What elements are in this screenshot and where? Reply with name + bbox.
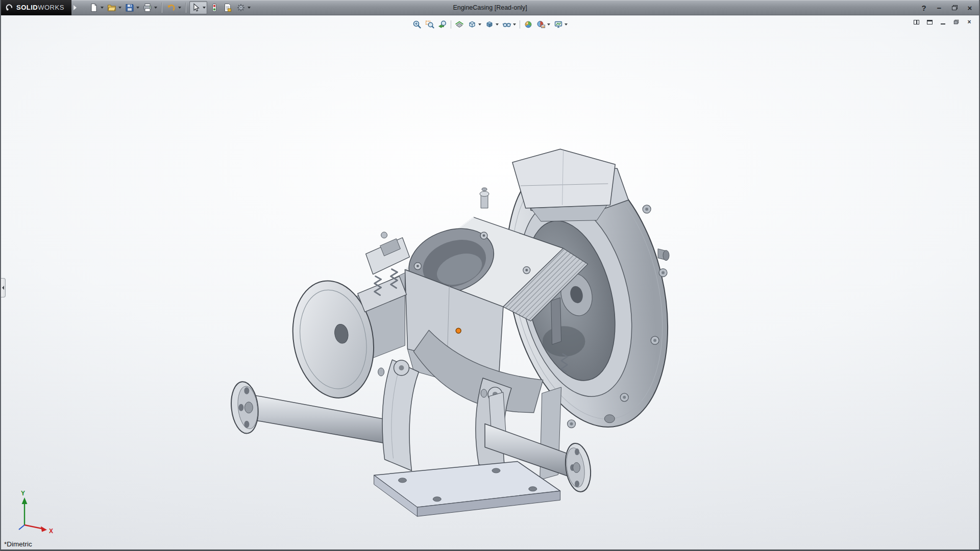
- open-folder-icon: [107, 3, 117, 13]
- close-button[interactable]: ×: [964, 2, 976, 13]
- orientation-triad[interactable]: Y X: [7, 487, 58, 538]
- apply-scene-icon: [536, 20, 546, 29]
- document-window-controls: ×: [912, 18, 974, 26]
- apply-scene-button[interactable]: [535, 18, 552, 31]
- dropdown-caret-icon[interactable]: [154, 7, 157, 9]
- model-left-axle[interactable]: [229, 381, 398, 445]
- single-pane-icon: [927, 20, 933, 24]
- dassault-3ds-logo-icon: [5, 3, 14, 12]
- select-tool-button[interactable]: [189, 1, 207, 14]
- split-pane-button[interactable]: [912, 18, 921, 26]
- restore-icon: [952, 5, 958, 10]
- dropdown-caret-icon[interactable]: [178, 7, 181, 9]
- zoom-to-area-icon: [425, 20, 434, 29]
- solidworks-brand: SOLIDWORKS: [1, 0, 71, 15]
- doc-minimize-button[interactable]: [938, 18, 947, 26]
- graphics-viewport[interactable]: × Y X *Dimetric: [1, 16, 979, 549]
- options-button[interactable]: [235, 1, 252, 14]
- toolbar-separator: [161, 3, 162, 13]
- display-style-cube-icon: [485, 20, 494, 29]
- toolbar-separator: [451, 20, 451, 29]
- section-view-icon: [455, 20, 464, 29]
- origin-marker[interactable]: [456, 328, 461, 333]
- doc-close-button[interactable]: ×: [965, 18, 974, 26]
- zoom-to-fit-icon: [412, 20, 422, 29]
- toolbar-separator: [520, 20, 520, 29]
- dropdown-caret-icon[interactable]: [547, 23, 550, 26]
- x-axis-label: X: [49, 528, 53, 535]
- zoom-to-area-button[interactable]: [424, 18, 436, 31]
- print-button[interactable]: [141, 1, 158, 14]
- view-orientation-cube-icon: [468, 20, 477, 29]
- restore-button[interactable]: [948, 2, 961, 13]
- dropdown-caret-icon[interactable]: [496, 23, 499, 26]
- minimize-button[interactable]: −: [933, 2, 945, 13]
- heads-up-view-toolbar: [409, 18, 571, 31]
- split-pane-icon: [914, 20, 919, 24]
- save-button[interactable]: [124, 1, 140, 14]
- undo-arrow-icon: [166, 3, 177, 13]
- view-settings-button[interactable]: [552, 18, 569, 31]
- titlebar: SOLIDWORKS: [1, 0, 979, 15]
- y-axis-label: Y: [21, 490, 25, 497]
- options-gear-icon: [236, 3, 246, 13]
- minimize-icon: [941, 23, 945, 25]
- y-axis-arrow-icon[interactable]: [22, 497, 28, 504]
- section-view-button[interactable]: [453, 18, 465, 31]
- z-axis-icon[interactable]: [19, 525, 24, 530]
- hide-show-items-button[interactable]: [501, 18, 518, 31]
- model-base-plate[interactable]: [374, 461, 560, 516]
- toolbar-separator: [185, 3, 186, 13]
- save-floppy-icon: [125, 3, 135, 13]
- edit-appearance-button[interactable]: [522, 18, 534, 31]
- print-icon: [142, 3, 153, 13]
- previous-view-button[interactable]: [436, 18, 449, 31]
- view-orientation-button[interactable]: [466, 18, 483, 31]
- doc-restore-button[interactable]: [951, 18, 961, 26]
- dropdown-caret-icon[interactable]: [478, 23, 481, 26]
- rebuild-button[interactable]: [208, 1, 220, 14]
- edit-appearance-ball-icon: [524, 20, 533, 29]
- solidworks-window: SOLIDWORKS: [0, 0, 980, 551]
- single-pane-button[interactable]: [925, 18, 934, 26]
- dropdown-caret-icon[interactable]: [248, 7, 251, 9]
- dropdown-caret-icon[interactable]: [101, 7, 104, 9]
- hide-show-glasses-icon: [502, 20, 511, 29]
- view-orientation-label: *Dimetric: [4, 540, 32, 548]
- view-settings-icon: [554, 20, 563, 29]
- standard-toolbar: [88, 1, 252, 14]
- previous-view-icon: [438, 20, 447, 29]
- dropdown-caret-icon[interactable]: [203, 7, 206, 9]
- engine-casing-model[interactable]: [1, 16, 979, 549]
- restore-icon: [953, 20, 958, 24]
- help-button[interactable]: ?: [918, 2, 930, 13]
- window-controls: ? − ×: [918, 0, 976, 15]
- model-inlet-cover[interactable]: [480, 149, 615, 221]
- dropdown-caret-icon[interactable]: [136, 7, 139, 9]
- display-style-button[interactable]: [483, 18, 500, 31]
- new-document-button[interactable]: [88, 1, 105, 14]
- x-axis-arrow-icon[interactable]: [41, 527, 47, 532]
- dropdown-caret-icon[interactable]: [118, 7, 121, 9]
- dropdown-caret-icon[interactable]: [513, 23, 516, 26]
- rebuild-stoplight-icon: [209, 3, 219, 13]
- new-document-icon: [89, 3, 99, 13]
- menu-expand-arrow-icon[interactable]: [74, 5, 77, 10]
- select-cursor-icon: [191, 3, 201, 13]
- zoom-to-fit-button[interactable]: [411, 18, 423, 31]
- file-properties-button[interactable]: [222, 1, 234, 14]
- featuremanager-collapsed-tab[interactable]: [1, 278, 6, 297]
- file-properties-icon: [223, 3, 233, 13]
- open-button[interactable]: [106, 1, 122, 14]
- brand-wordmark: SOLIDWORKS: [16, 4, 64, 11]
- dropdown-caret-icon[interactable]: [565, 23, 568, 26]
- window-title: EngineCasing [Read-only]: [453, 0, 527, 15]
- undo-button[interactable]: [165, 1, 182, 14]
